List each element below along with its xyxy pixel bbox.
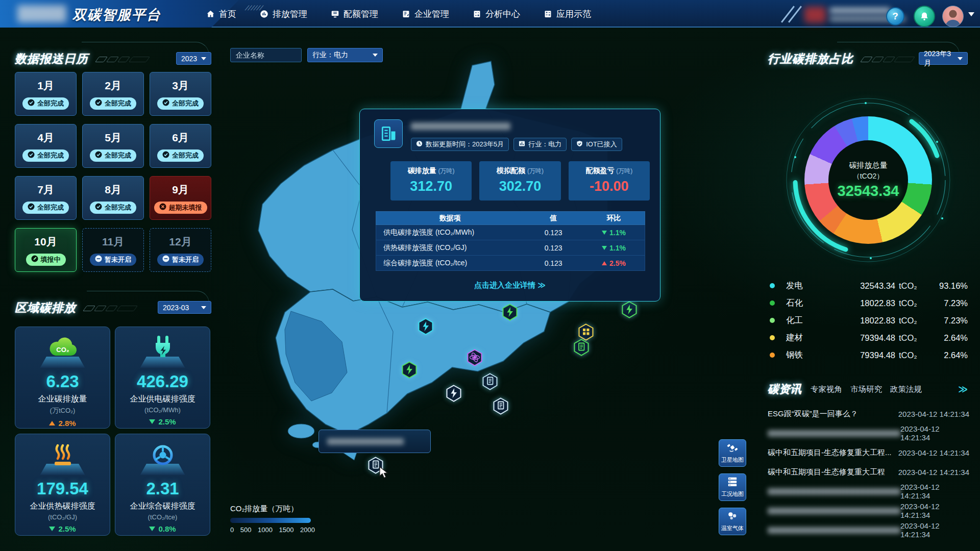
home-icon: [206, 10, 215, 18]
main-nav: 首页排放管理配额管理企业管理分析中心应用示范: [206, 0, 591, 28]
news-item-3[interactable]: 碳中和五期项目-生态修复重大工程...2023-04-12 14:21:34: [768, 443, 969, 462]
month-card-12月[interactable]: 12月暂未开启: [150, 228, 211, 272]
legend-unit: tCO₂: [895, 316, 922, 325]
industry-title-text: 行业碳排放占比: [768, 52, 853, 65]
notifications-button[interactable]: [914, 6, 935, 27]
enterprise-detail-link[interactable]: 点击进入企业详情 ≫: [360, 281, 660, 290]
logo-mark-redacted: [17, 5, 66, 22]
row-item-name: 供电碳排放强度 (tCO₂/MWh): [376, 228, 524, 237]
month-card-4月[interactable]: 4月全部完成: [15, 124, 77, 168]
news-item-2[interactable]: 2023-04-12 14:21:34: [768, 423, 969, 443]
map-marker-10[interactable]: [493, 397, 509, 415]
status-done-icon: [162, 99, 169, 108]
popup-badge-text: 行业：电力: [528, 140, 561, 149]
avatar[interactable]: [942, 6, 964, 27]
news-item-1[interactable]: ESG跟“双碳”是一回事么？2023-04-12 14:21:34: [768, 404, 969, 423]
layer-button-label: 卫星地图: [721, 456, 744, 464]
badge-text: 全部完成: [105, 151, 131, 160]
month-card-10月[interactable]: 10月填报中: [15, 228, 77, 272]
layer-button-卫星地图[interactable]: 卫星地图: [719, 439, 746, 467]
status-done-icon: [162, 151, 169, 160]
month-card-8月[interactable]: 8月全部完成: [82, 176, 144, 220]
news-item-6[interactable]: 2023-04-12 14:21:34: [768, 501, 969, 520]
layer-button-温室气体[interactable]: 温室气体: [719, 508, 746, 535]
region-card-value: 6.23: [46, 372, 79, 391]
map-marker-8[interactable]: [482, 373, 498, 390]
map-marker-3[interactable]: [621, 301, 638, 318]
legend-value: 18022.83: [830, 298, 895, 308]
emission-icon: [260, 10, 268, 18]
calendar-year-dropdown[interactable]: 2023: [176, 52, 211, 65]
map-marker-7[interactable]: [401, 361, 418, 379]
user-menu-caret-icon[interactable]: [968, 12, 974, 16]
news-tab-市场研究[interactable]: 市场研究: [850, 384, 882, 395]
map-island[interactable]: [288, 424, 314, 438]
nav-item-首页[interactable]: 首页: [206, 8, 236, 20]
legend-name: 钢铁: [786, 349, 830, 361]
popup-stat-配额盈亏: 配额盈亏 (万吨)-10.00: [569, 161, 650, 201]
industry-filter-dropdown[interactable]: 行业：电力: [307, 48, 383, 62]
composite-icon: [150, 442, 176, 468]
month-card-11月[interactable]: 11月暂未开启: [82, 228, 144, 272]
news-item-4[interactable]: 碳中和五期项目-生态修复重大工程2023-04-12 14:21:34: [768, 462, 969, 482]
badge-text: 全部完成: [172, 99, 199, 108]
popup-stat-unit: (万吨): [616, 167, 632, 174]
enterprise-icon: [402, 10, 410, 18]
legend-dot: [770, 283, 775, 288]
nav-item-企业管理[interactable]: 企业管理: [402, 8, 449, 20]
title-decor: [85, 306, 136, 311]
greenhouse-gas-icon: [727, 511, 738, 523]
nav-item-应用示范[interactable]: 应用示范: [544, 8, 591, 20]
legend-tick: 2000: [300, 526, 315, 534]
demo-icon: [544, 10, 552, 18]
donut-center: 碳排放总量 （tCO2） 32543.34: [828, 140, 908, 220]
month-card-7月[interactable]: 7月全部完成: [15, 176, 77, 220]
nav-item-配额管理[interactable]: 配额管理: [331, 8, 378, 20]
table-row: 供热碳排放强度 (tCO₂/GJ)0.1231.1%: [376, 240, 645, 256]
region-period-dropdown[interactable]: 2023-03: [158, 301, 211, 314]
help-button[interactable]: ?: [886, 7, 904, 26]
legend-tick: 1000: [258, 526, 273, 534]
legend-unit: tCO₂: [895, 298, 922, 308]
map-marker-2[interactable]: [502, 304, 518, 321]
region-card-unit: (万tCO₂): [50, 406, 76, 415]
region-card-change: 2.8%: [49, 419, 76, 428]
nav-item-分析中心[interactable]: 分析中心: [473, 8, 520, 20]
popup-stat-label: 碳排放量 (万吨): [394, 166, 469, 176]
news-more-arrow[interactable]: ≫: [958, 384, 968, 395]
map-marker-6[interactable]: [467, 349, 483, 366]
legend-unit: tCO₂: [895, 281, 922, 291]
month-card-6月[interactable]: 6月全部完成: [150, 124, 211, 168]
month-card-3月[interactable]: 3月全部完成: [150, 72, 211, 116]
map-marker-5[interactable]: [573, 339, 590, 356]
month-label: 5月: [105, 131, 121, 145]
nav-label: 分析中心: [485, 8, 520, 20]
news-item-5[interactable]: 2023-04-12 14:21:34: [768, 482, 969, 501]
trend-up-icon: [49, 421, 55, 425]
news-tab-政策法规[interactable]: 政策法规: [890, 384, 922, 395]
industry-period-dropdown[interactable]: 2023年3月: [919, 52, 968, 65]
legend-name: 石化: [786, 297, 830, 309]
region-panel-title: 区域碳排放: [15, 300, 136, 316]
news-tab-专家视角[interactable]: 专家视角: [811, 384, 842, 395]
month-card-1月[interactable]: 1月全部完成: [15, 72, 77, 116]
month-card-9月[interactable]: 9月超期未填报: [150, 176, 211, 220]
legend-row-石化: 石化18022.83tCO₂7.23%: [770, 294, 968, 312]
layer-button-工况地图[interactable]: 工况地图: [719, 473, 746, 501]
map-marker-9[interactable]: [446, 385, 462, 402]
trend-down-icon: [602, 231, 607, 235]
month-card-5月[interactable]: 5月全部完成: [82, 124, 144, 168]
news-item-7[interactable]: 2023-04-12 14:21:34: [768, 520, 969, 540]
row-value: 0.123: [524, 244, 583, 252]
month-status-badge: 全部完成: [157, 97, 204, 110]
badge-text: 超期未填报: [169, 203, 202, 212]
legend-unit: tCO₂: [895, 333, 922, 343]
company-search-input[interactable]: [230, 48, 302, 62]
nav-item-排放管理[interactable]: 排放管理: [260, 8, 307, 20]
map-marker-4[interactable]: [578, 323, 594, 341]
title-decor: [97, 57, 148, 62]
month-card-2月[interactable]: 2月全部完成: [82, 72, 144, 116]
map-marker-1[interactable]: [418, 318, 434, 335]
news-tabs: 专家视角市场研究政策法规: [811, 384, 930, 395]
region-stat-cards: CO₂6.23企业碳排放量(万tCO₂)2.8%426.29企业供电碳排强度(t…: [15, 327, 211, 536]
